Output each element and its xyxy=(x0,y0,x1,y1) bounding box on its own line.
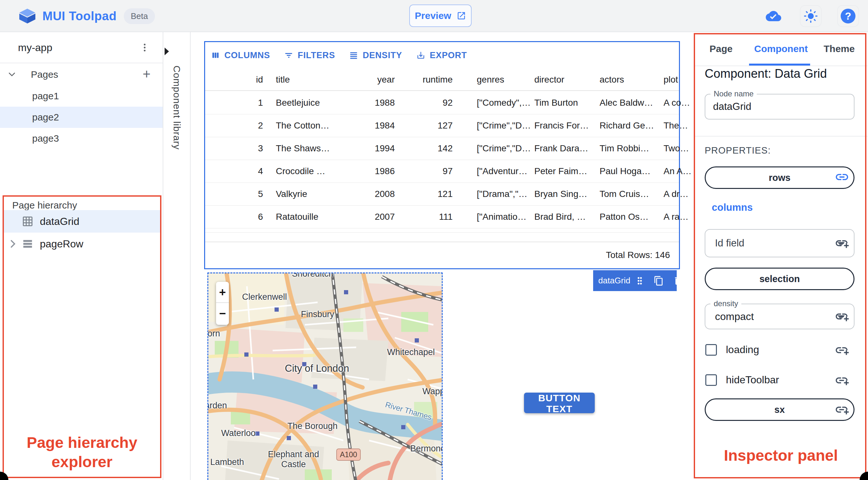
add-page-icon[interactable]: + xyxy=(140,67,154,82)
duplicate-icon[interactable] xyxy=(654,276,664,286)
more-options-icon[interactable] xyxy=(138,41,151,54)
zoom-in-button[interactable]: + xyxy=(216,282,229,303)
selection-property-button[interactable]: selection xyxy=(705,268,855,290)
beta-badge: Beta xyxy=(124,8,155,24)
cell: Two… xyxy=(663,137,694,160)
pages-label: Pages xyxy=(31,64,58,85)
table-row[interactable]: 2The Cotton…1984127["Crime","D…Francis F… xyxy=(205,115,679,137)
column-header[interactable]: id xyxy=(205,68,263,91)
columns-property-link[interactable]: columns xyxy=(712,202,752,213)
map-label: Clerkenwell xyxy=(242,292,287,302)
delete-icon[interactable] xyxy=(673,276,683,286)
checkbox-unchecked-icon[interactable] xyxy=(705,344,717,356)
cell: Frank Dara… xyxy=(534,137,595,160)
add-link-icon[interactable] xyxy=(835,403,849,417)
tab-component[interactable]: Component xyxy=(754,32,808,66)
zoom-out-button[interactable]: − xyxy=(216,303,229,324)
cell: The… xyxy=(663,115,694,137)
columns-button[interactable]: COLUMNS xyxy=(211,51,270,60)
sidebar-item-page2[interactable]: page2 xyxy=(0,107,163,128)
cell: 1986 xyxy=(334,160,395,183)
help-button[interactable]: ? xyxy=(837,5,859,27)
hierarchy-item-label: dataGrid xyxy=(40,210,80,233)
pages-section-header[interactable]: Pages + xyxy=(0,64,163,85)
cell: Tim Robbi… xyxy=(599,137,660,160)
preview-button[interactable]: Preview xyxy=(409,4,472,27)
tab-page[interactable]: Page xyxy=(710,32,733,66)
cell: 1988 xyxy=(334,92,395,114)
node-name-field[interactable]: Node name dataGrid xyxy=(705,94,855,120)
column-header[interactable]: runtime xyxy=(398,68,453,91)
hierarchy-item-datagrid[interactable]: dataGrid xyxy=(4,210,160,233)
cell: 2 xyxy=(205,115,263,137)
cell: Bryan Sing… xyxy=(534,183,595,205)
cell: 121 xyxy=(398,183,453,205)
column-header[interactable]: genres xyxy=(477,68,531,91)
bound-link-icon[interactable] xyxy=(835,170,849,184)
hidetoolbar-checkbox-row[interactable]: hideToolbar xyxy=(705,374,779,386)
drag-handle-icon[interactable] xyxy=(635,276,645,286)
cell: ["Crime","D… xyxy=(477,115,531,137)
density-select[interactable]: density compact xyxy=(705,303,855,329)
column-header[interactable]: director xyxy=(534,68,595,91)
divider xyxy=(694,136,868,136)
loading-checkbox-row[interactable]: loading xyxy=(705,344,759,356)
density-icon xyxy=(349,51,358,60)
cell: 111 xyxy=(398,205,453,228)
sidebar-item-page1[interactable]: page1 xyxy=(0,86,163,107)
density-button[interactable]: DENSITY xyxy=(349,51,402,60)
total-rows-label: Total Rows: 146 xyxy=(606,242,670,268)
add-link-icon[interactable] xyxy=(835,310,849,323)
table-row[interactable]: 1Beetlejuice198892["Comedy",…Tim BurtonA… xyxy=(205,92,679,115)
cell: 2008 xyxy=(334,183,395,205)
theme-brightness-button[interactable] xyxy=(800,5,822,27)
add-link-icon[interactable] xyxy=(835,343,849,357)
rows-icon xyxy=(22,238,33,250)
filters-button[interactable]: FILTERS xyxy=(284,51,335,60)
chevron-right-icon[interactable] xyxy=(8,239,18,249)
cell: 97 xyxy=(398,160,453,183)
column-header[interactable]: plot xyxy=(663,68,694,91)
map-label: Lambeth xyxy=(210,457,244,467)
table-row[interactable]: 4Crocodile …198697["Adventur…Peter Faim…… xyxy=(205,160,679,183)
cell: Paul Hoga… xyxy=(599,160,660,183)
add-link-icon[interactable] xyxy=(835,373,849,387)
row-divider xyxy=(205,232,679,233)
checkbox-unchecked-icon[interactable] xyxy=(705,374,717,386)
app-title: MUI Toolpad xyxy=(42,9,117,23)
table-row[interactable]: 3The Shaws…1994142["Crime","D…Frank Dara… xyxy=(205,137,679,160)
cell: Richard Ge… xyxy=(599,115,660,137)
filters-label: FILTERS xyxy=(298,51,335,60)
app-bar: MUI Toolpad Beta Preview ? xyxy=(0,0,868,32)
table-row[interactable]: 5Valkyrie2008121["Drama","…Bryan Sing…To… xyxy=(205,183,679,205)
add-link-icon[interactable] xyxy=(835,236,849,250)
id-field-select[interactable]: Id field xyxy=(705,229,855,257)
question-mark-icon: ? xyxy=(841,9,856,24)
sx-property-button[interactable]: sx xyxy=(705,398,855,421)
active-tab-indicator xyxy=(749,64,810,66)
column-header[interactable]: year xyxy=(334,68,395,91)
datagrid-component[interactable]: COLUMNS FILTERS DENSITY EXPORT id title xyxy=(204,41,680,269)
table-row[interactable]: 6Ratatouille2007111["Animatio…Brad Bird,… xyxy=(205,205,679,228)
hierarchy-item-pagerow[interactable]: pageRow xyxy=(4,233,160,255)
map-label: Garden xyxy=(207,401,227,411)
export-button[interactable]: EXPORT xyxy=(416,51,467,60)
sidebar-item-page3[interactable]: page3 xyxy=(0,128,163,149)
hierarchy-item-label: pageRow xyxy=(40,233,83,255)
component-library-strip[interactable]: Component library xyxy=(163,32,191,480)
cell: Brad Bird, … xyxy=(534,205,595,228)
map-label: Waterloo xyxy=(221,428,255,438)
sidebar: my-app Pages + page1 page2 page3 Page hi… xyxy=(0,32,163,480)
cell: Alec Baldw… xyxy=(599,92,660,114)
expand-arrow-icon[interactable] xyxy=(163,47,190,55)
map-component[interactable]: Shoreditch Clerkenwell Finsbury Whitecha… xyxy=(207,273,443,480)
cloud-done-icon[interactable] xyxy=(763,5,784,27)
map-label: City of London xyxy=(285,363,349,374)
app-name-row: my-app xyxy=(0,32,163,63)
column-header[interactable]: actors xyxy=(599,68,660,91)
canvas-button-component[interactable]: BUTTON TEXT xyxy=(524,393,595,413)
tab-theme[interactable]: Theme xyxy=(824,32,855,66)
component-library-label: Component library xyxy=(172,66,182,150)
rows-property-button[interactable]: rows xyxy=(705,166,855,189)
inspector-tabs: Page Component Theme xyxy=(694,32,868,66)
